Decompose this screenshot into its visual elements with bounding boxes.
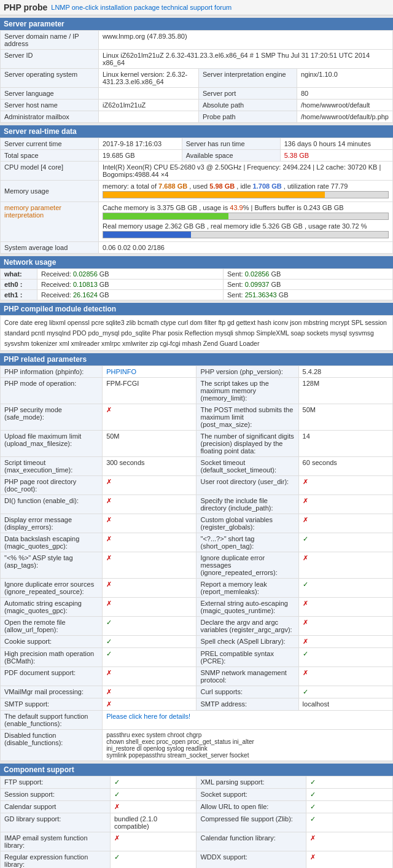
real-mem-idle: 5.326 GB xyxy=(262,222,290,230)
header-link[interactable]: LNMP one-click installation package tech… xyxy=(51,4,232,11)
net-eth0-recv: Received: 0.10813 GB xyxy=(37,280,224,290)
extauto-value: ✗ xyxy=(298,598,392,617)
di-label: DI() function (enable_di): xyxy=(1,495,103,514)
table-row: FTP support: ✓ XML parsing support: ✓ xyxy=(1,776,393,789)
admin-value xyxy=(99,111,199,123)
registerglobals-label: Custom global variables (register_global… xyxy=(196,514,298,533)
network-header: Network usage xyxy=(0,256,393,268)
net-eth0-label: eth0 : xyxy=(1,280,37,290)
safemode-value: ✗ xyxy=(103,404,196,431)
net-what-recv: Received: 0.02856 GB xyxy=(37,269,224,280)
snmp-label: SNMP network management protocol: xyxy=(196,667,298,686)
sysload-label: System average load xyxy=(1,242,99,254)
uploadmax-value: 50M xyxy=(103,431,196,457)
table-row: "<% %>" ASP style tag (asp_tags): ✗ Igno… xyxy=(1,552,393,579)
php-params-header: PHP related parameters xyxy=(0,353,393,366)
enablefunc-value[interactable]: Please click here for details! xyxy=(103,711,393,730)
phpmode-label: PHP mode of operation: xyxy=(1,378,103,404)
calenderlib-value: ✗ xyxy=(306,832,393,851)
real-memory-line: Real memory usage 2.362 GB GB , real mem… xyxy=(103,222,389,230)
domain-label: Server domain name / IP address xyxy=(1,31,99,50)
memlimit-value: 128M xyxy=(298,378,392,404)
runtime-value: 136 days 0 hours 14 minutes xyxy=(280,138,392,150)
cache-progress-bar xyxy=(103,213,389,220)
smtpaddr-value: localhost xyxy=(298,698,392,711)
net-eth1-label: eth1 : xyxy=(1,290,37,300)
cpu-label: CPU model [4 core] xyxy=(1,162,99,181)
table-row: Data backslash escaping (magic_quotes_gp… xyxy=(1,533,393,552)
php-module-header: PHP compiled module detection xyxy=(0,303,393,315)
page-title: PHP probe xyxy=(4,2,47,12)
curl-value: ✓ xyxy=(298,686,392,698)
phpinfo-link[interactable]: PHPINFO xyxy=(106,368,136,375)
ftp-label: FTP support: xyxy=(1,776,111,789)
table-row: The default support function (enable_fun… xyxy=(1,711,393,730)
docroot-value: ✗ xyxy=(103,476,196,495)
support-forum-link[interactable]: LNMP one-click installation package tech… xyxy=(51,4,232,11)
hostname-label: Server host name xyxy=(1,100,99,111)
phpinfo-value[interactable]: PHPINFO xyxy=(103,366,196,378)
table-row: Script timeout (max_execution_time): 300… xyxy=(1,457,393,476)
memory-idle-label: , idle xyxy=(236,182,252,190)
xml-value: ✓ xyxy=(306,776,393,789)
table-row: Server language Server port 80 xyxy=(1,88,393,100)
zlib-label: Compressed file support (Zlib): xyxy=(196,813,306,832)
table-row: Core date ereg libxml openssl pcre sqlit… xyxy=(1,316,393,351)
lang-label: Server language xyxy=(1,88,99,100)
reportleak-value: ✓ xyxy=(298,579,392,598)
safemode-label: PHP security mode (safe_mode): xyxy=(1,404,103,431)
bcmath-value: ✓ xyxy=(103,648,196,667)
registerargv-value: ✗ xyxy=(298,617,392,636)
table-row: PHP security mode (safe_mode): ✗ The POS… xyxy=(1,404,393,431)
memory-util: 77.79 xyxy=(331,182,348,190)
net-eth0-sent: Sent: 0.09937 GB xyxy=(223,280,392,290)
admin-label: Administrator mailbox xyxy=(1,111,99,123)
realtime-section: Server real-time data Server current tim… xyxy=(0,125,393,254)
abspath-value: /home/wwwroot/default xyxy=(297,100,392,111)
socket-label: Socket support: xyxy=(196,789,306,801)
sysload-value: 0.06 0.02 0.00 2/186 xyxy=(99,242,393,254)
table-row: memory parameter interpretation Cache me… xyxy=(1,202,393,242)
server-id-value: Linux iZ62o1lm21uZ 2.6.32-431.23.3.el6.x… xyxy=(99,50,393,69)
lang-value xyxy=(99,88,199,100)
net-what-sent: Sent: 0.02856 GB xyxy=(223,269,392,280)
xml-label: XML parsing support: xyxy=(196,776,306,789)
net-eth1-recv: Received: 26.1624 GB xyxy=(37,290,224,300)
table-row: Server current time 2017-9-18 17:16:03 S… xyxy=(1,138,393,150)
pdf-value: ✗ xyxy=(103,667,196,686)
docroot-label: PHP page root directory (doc_root): xyxy=(1,476,103,495)
page-header: PHP probe LNMP one-click installation pa… xyxy=(0,0,393,15)
net-eth1-sent: Sent: 251.36343 GB xyxy=(223,290,392,300)
table-row: Disabled function (disable_functions): p… xyxy=(1,730,393,761)
table-row: eth0 : Received: 0.10813 GB Sent: 0.0993… xyxy=(1,280,393,290)
memory-total: 7.688 GB xyxy=(158,182,187,190)
mem-interp-label[interactable]: memory parameter interpretation xyxy=(1,202,99,242)
bcmath-label: High precision math operation (BCMath): xyxy=(1,648,103,667)
realtime-table: Server current time 2017-9-18 17:16:03 S… xyxy=(0,138,393,254)
imap-label: IMAP email system function library: xyxy=(1,832,111,851)
wddx-label: WDDX support: xyxy=(196,851,306,868)
includepath-label: Specify the include file directory (incl… xyxy=(196,495,298,514)
curtime-value: 2017-9-18 17:16:03 xyxy=(99,138,182,150)
reportleak-label: Report a memory leak (report_memleaks): xyxy=(196,579,298,598)
calendar-value: ✗ xyxy=(110,801,196,813)
curl-label: Curl supports: xyxy=(196,686,298,698)
domain-value: www.lnmp.org (47.89.35.80) xyxy=(99,31,393,50)
port-label: Server port xyxy=(198,88,297,100)
ignoresrc-label: Ignore duplicate error sources (ignore_r… xyxy=(1,579,103,598)
table-row: Server domain name / IP address www.lnmp… xyxy=(1,31,393,50)
smtpaddr-label: SMTP address: xyxy=(196,698,298,711)
table-row: PHP mode of operation: FPM-FCGI The scri… xyxy=(1,378,393,404)
table-row: CPU model [4 core] Intel(R) Xeon(R) CPU … xyxy=(1,162,393,181)
cpu-value: Intel(R) Xeon(R) CPU E5-2680 v3 @ 2.50GH… xyxy=(99,162,393,181)
aspell-value: ✗ xyxy=(298,636,392,648)
cache-memory-line: Cache memory is 3.375 GB GB , usage is 4… xyxy=(103,204,389,211)
func-details-link[interactable]: Please click here for details! xyxy=(106,713,190,720)
abspath-label: Absolute path xyxy=(198,100,297,111)
probepath-label: Probe path xyxy=(198,111,297,123)
zlib-value: ✓ xyxy=(306,813,393,832)
aspell-label: Spell check (ASpell Library): xyxy=(196,636,298,648)
php-params-table: PHP information (phpinfo): PHPINFO PHP v… xyxy=(0,366,393,761)
ignorerepeaterr-value: ✗ xyxy=(298,552,392,579)
table-row: Upload file maximum limit (upload_max_fi… xyxy=(1,431,393,457)
